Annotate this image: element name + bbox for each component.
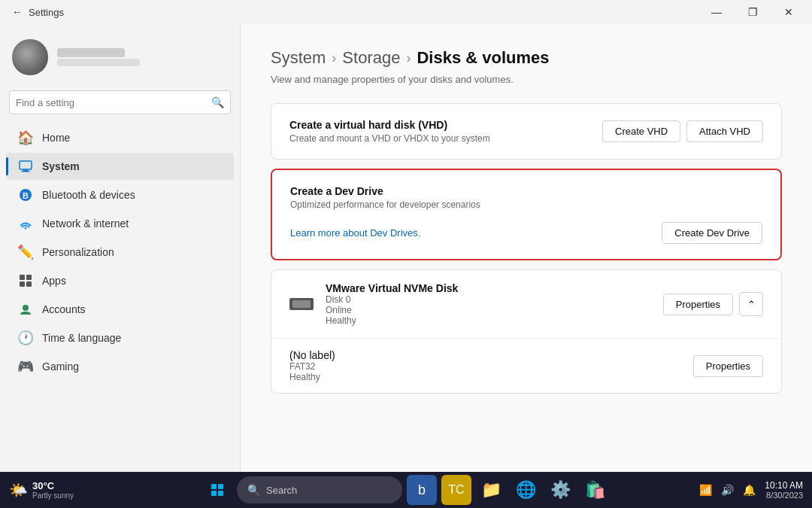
sidebar-item-label: Personalization <box>42 246 114 258</box>
titlebar: ← Settings — ❐ ✕ <box>0 0 812 24</box>
sidebar-item-label: Bluetooth & devices <box>42 189 135 201</box>
clock-time: 10:10 AM <box>765 480 803 491</box>
taskbar-search-icon: 🔍 <box>247 484 260 496</box>
disk-properties-button[interactable]: Properties <box>663 294 733 315</box>
files-icon: 📁 <box>481 480 501 500</box>
disk-card: VMware Virtual NVMe Disk Disk 0 Online H… <box>271 269 782 394</box>
dev-drive-card: Create a Dev Drive Optimized performance… <box>271 169 782 260</box>
taskbar: 🌤️ 30°C Partly sunny 🔍 Search b TC <box>0 472 812 508</box>
breadcrumb: System › Storage › Disks & volumes <box>271 48 782 68</box>
disk-icon <box>289 298 314 310</box>
settings-search-input[interactable] <box>16 97 211 108</box>
time-icon: 🕐 <box>18 330 33 345</box>
svg-rect-2 <box>21 172 30 172</box>
vhd-card-title: Create a virtual hard disk (VHD) <box>289 119 490 131</box>
disk-details: VMware Virtual NVMe Disk Disk 0 Online H… <box>326 282 458 326</box>
svg-rect-7 <box>26 275 32 280</box>
weather-condition: Partly sunny <box>32 491 74 500</box>
notification-icon[interactable]: 🔔 <box>740 481 759 499</box>
network-icon <box>18 216 33 231</box>
sidebar-profile[interactable] <box>0 30 240 87</box>
sidebar-item-network[interactable]: Network & internet <box>6 210 234 237</box>
taskbar-app-edge[interactable]: 🌐 <box>511 475 541 505</box>
weather-widget[interactable]: 🌤️ 30°C Partly sunny <box>9 480 74 500</box>
disk-sub: Disk 0 <box>326 294 458 305</box>
system-icon <box>18 159 33 174</box>
attach-vhd-button[interactable]: Attach VHD <box>686 120 763 142</box>
partition-status: Healthy <box>289 372 693 382</box>
create-dev-drive-button[interactable]: Create Dev Drive <box>662 222 762 244</box>
create-vhd-button[interactable]: Create VHD <box>602 120 680 142</box>
store-icon: 🛍️ <box>585 480 605 500</box>
taskbar-search-text: Search <box>266 485 297 496</box>
svg-rect-0 <box>20 161 32 169</box>
taskbar-system-icons: 📶 🔊 🔔 <box>696 481 759 499</box>
sidebar-item-accounts[interactable]: Accounts <box>6 296 234 323</box>
sidebar-item-bluetooth[interactable]: B Bluetooth & devices <box>6 181 234 208</box>
minimize-button[interactable]: — <box>699 0 734 24</box>
weather-icon: 🌤️ <box>9 481 28 499</box>
sidebar-item-system[interactable]: System <box>6 153 234 180</box>
learn-more-link[interactable]: Learn more about Dev Drives. <box>290 227 420 239</box>
start-button[interactable] <box>202 475 232 505</box>
taskbar-center: 🔍 Search b TC 📁 🌐 ⚙️ 🛍️ <box>202 475 610 505</box>
sidebar-item-gaming[interactable]: 🎮 Gaming <box>6 353 234 380</box>
breadcrumb-sep1: › <box>332 50 336 66</box>
disk-partition-row: (No label) FAT32 Healthy Properties <box>271 338 781 393</box>
svg-rect-9 <box>26 281 32 287</box>
weather-text: 30°C Partly sunny <box>32 480 74 500</box>
taskbar-app-bitwarden[interactable]: b <box>407 475 437 505</box>
sidebar-item-time[interactable]: 🕐 Time & language <box>6 324 234 351</box>
taskbar-search[interactable]: 🔍 Search <box>237 476 402 503</box>
svg-text:B: B <box>23 191 29 200</box>
sidebar-item-label: Time & language <box>42 332 121 344</box>
vhd-card-desc: Create and mount a VHD or VHDX to your s… <box>289 133 490 144</box>
settings-icon: ⚙️ <box>550 480 571 500</box>
sidebar-item-label: Gaming <box>42 360 79 373</box>
sidebar: 🔍 🏠 Home System B Bl <box>0 24 241 472</box>
breadcrumb-part3: Disks & volumes <box>417 48 549 68</box>
partition-info: (No label) FAT32 Healthy <box>289 349 693 382</box>
volume-icon[interactable]: 🔊 <box>718 481 737 499</box>
back-icon[interactable]: ← <box>12 6 23 18</box>
sidebar-item-label: Apps <box>42 275 66 287</box>
vhd-buttons: Create VHD Attach VHD <box>602 120 763 142</box>
clock[interactable]: 10:10 AM 8/30/2023 <box>765 480 803 500</box>
app-title: Settings <box>29 7 64 18</box>
sidebar-item-label: System <box>42 160 80 172</box>
settings-search-box[interactable]: 🔍 <box>9 90 231 114</box>
disk-header: VMware Virtual NVMe Disk Disk 0 Online H… <box>271 270 781 338</box>
profile-name <box>57 48 125 57</box>
partition-properties-button[interactable]: Properties <box>693 355 763 377</box>
sidebar-item-home[interactable]: 🏠 Home <box>6 124 234 151</box>
taskbar-app-store[interactable]: 🛍️ <box>580 475 610 505</box>
breadcrumb-part2: Storage <box>342 48 400 68</box>
profile-text <box>57 48 140 66</box>
close-button[interactable]: ✕ <box>771 0 806 24</box>
home-icon: 🏠 <box>18 130 33 145</box>
restore-button[interactable]: ❐ <box>735 0 770 24</box>
dev-drive-footer: Learn more about Dev Drives. Create Dev … <box>290 222 762 244</box>
sidebar-item-label: Accounts <box>42 303 86 315</box>
sidebar-item-apps[interactable]: Apps <box>6 267 234 294</box>
bitwarden-icon: b <box>418 482 426 498</box>
network-tray-icon[interactable]: 📶 <box>696 481 715 499</box>
svg-rect-8 <box>20 281 25 287</box>
disk-collapse-button[interactable]: ⌃ <box>739 292 763 316</box>
disk-name: VMware Virtual NVMe Disk <box>326 282 458 294</box>
partition-fs: FAT32 <box>289 361 693 372</box>
taskbar-app-settings[interactable]: ⚙️ <box>545 475 575 505</box>
taskbar-right: 📶 🔊 🔔 10:10 AM 8/30/2023 <box>696 480 803 500</box>
dev-drive-desc: Optimized performance for developer scen… <box>290 199 762 210</box>
disk-health: Healthy <box>326 315 458 326</box>
clock-date: 8/30/2023 <box>765 491 803 500</box>
profile-email <box>57 59 140 66</box>
disk-status: Online <box>326 305 458 315</box>
svg-rect-6 <box>20 275 25 280</box>
sidebar-item-personalization[interactable]: ✏️ Personalization <box>6 239 234 266</box>
taskbar-app-files[interactable]: 📁 <box>476 475 506 505</box>
gaming-icon: 🎮 <box>18 359 33 374</box>
accounts-icon <box>18 302 33 317</box>
disk-healthy: Healthy <box>326 315 356 326</box>
taskbar-app-totalcommander[interactable]: TC <box>441 475 471 505</box>
